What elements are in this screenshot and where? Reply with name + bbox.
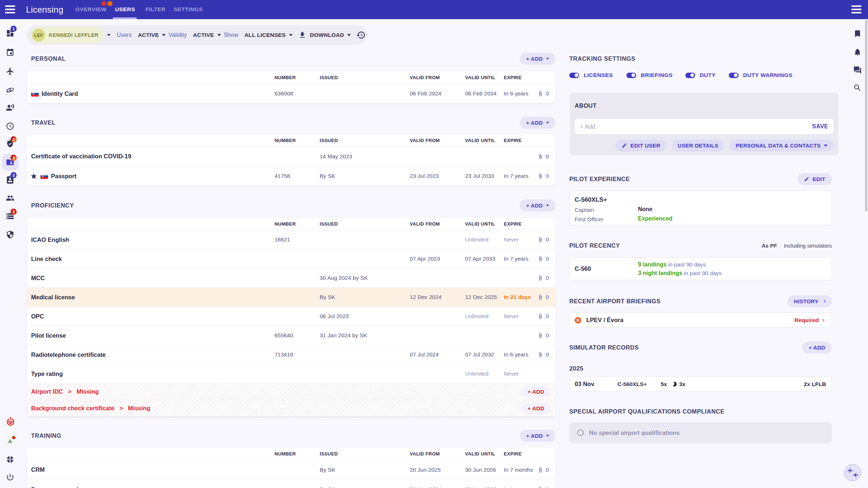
table-row[interactable]: Certificate of vaccination COVID-19 14 M… xyxy=(27,147,556,166)
wheel-icon xyxy=(6,455,14,464)
sidebar-item-flight-tracking[interactable] xyxy=(6,86,14,94)
top-bar: Licensing OVERVIEW USERS FILTER SETTINGS xyxy=(0,0,868,19)
add-missing-button[interactable]: + ADD xyxy=(522,403,550,414)
sidebar-item-compliance[interactable]: 2 xyxy=(6,140,14,148)
add-missing-button[interactable]: + ADD xyxy=(522,386,550,397)
edit-user-button[interactable]: EDIT USER xyxy=(616,140,667,151)
tab-users[interactable]: USERS xyxy=(115,6,135,13)
table-row-warning[interactable]: Medical license By SK 12 Dec 2024 12 Dec… xyxy=(27,288,556,307)
table-row[interactable]: Line check 07 Apr 2023 07 Apr 2033 In 7 … xyxy=(27,249,556,269)
attachments[interactable]: 0 xyxy=(537,332,556,339)
sidebar-item-records[interactable]: 3 xyxy=(6,212,14,221)
sidebar-item-licensing[interactable]: 3 xyxy=(6,158,14,167)
vertical-scrollbar[interactable] xyxy=(865,20,867,211)
tab-overview[interactable]: OVERVIEW xyxy=(75,6,106,13)
sidebar-item-assignments[interactable]: 3 xyxy=(6,175,14,184)
attachments[interactable]: 0 xyxy=(537,294,556,300)
users-status-dropdown[interactable]: ACTIVE xyxy=(138,32,166,38)
sidebar-item-crew-voice[interactable] xyxy=(6,103,14,112)
add-personal-button[interactable]: + ADD xyxy=(520,53,556,65)
personal-data-contacts-button[interactable]: PERSONAL DATA & CONTACTS xyxy=(729,140,834,151)
download-icon xyxy=(298,31,306,39)
attachments[interactable]: 0 xyxy=(537,275,556,281)
tab-filter[interactable]: FILTER xyxy=(145,6,166,13)
edit-experience-button[interactable]: EDIT xyxy=(797,173,832,185)
attachments[interactable]: 0 xyxy=(537,173,556,179)
sidebar-item-helm[interactable] xyxy=(6,455,14,464)
right-menu-icon[interactable] xyxy=(851,5,861,13)
attachments[interactable]: 0 xyxy=(537,236,556,243)
save-button[interactable]: SAVE xyxy=(812,123,834,130)
history-restore-icon[interactable] xyxy=(356,30,366,40)
attachments[interactable]: 0 xyxy=(537,90,556,97)
flights-fab-button[interactable] xyxy=(844,464,861,481)
user-chip[interactable]: LEF KENNEDI LEFFLER xyxy=(30,27,104,43)
about-input[interactable] xyxy=(575,123,812,130)
clock-icon xyxy=(6,122,14,130)
rail-bookmark[interactable] xyxy=(853,29,862,38)
simulator-record-card[interactable]: 03 Nov C-560XLS+ 5x 3x 2x LFLB xyxy=(569,376,832,391)
sidebar-item-calendar[interactable] xyxy=(6,48,14,57)
table-row[interactable]: MCC 30 Aug 2024 by SK 0 xyxy=(27,269,556,288)
attachments[interactable]: 0 xyxy=(537,313,556,320)
pilot-recency-card: C-560 9 landings in past 90 days 3 night… xyxy=(569,257,832,280)
attachments[interactable]: 0 xyxy=(537,256,556,262)
user-dropdown-caret-icon[interactable] xyxy=(107,34,111,36)
sidebar-item-schedule[interactable] xyxy=(6,122,14,130)
rail-search[interactable] xyxy=(853,84,862,92)
sidebar-item-emergency[interactable] xyxy=(6,417,14,425)
user-details-button[interactable]: USER DETAILS xyxy=(672,140,725,151)
moon-icon xyxy=(672,381,678,387)
briefing-status[interactable]: Required xyxy=(795,317,826,324)
table-row[interactable]: Type rating Unlimited Never xyxy=(27,364,556,384)
sidebar-item-security[interactable] xyxy=(6,230,14,239)
rail-messages[interactable] xyxy=(853,66,862,74)
validity-dropdown[interactable]: ACTIVE xyxy=(193,32,221,38)
toggle-switch xyxy=(626,73,636,78)
toggle-briefings[interactable]: BRIEFINGS xyxy=(626,72,673,78)
pilot-experience-card: C-560XLS+ Captain None First Officer Exp… xyxy=(569,191,832,225)
sidebar-item-logout[interactable] xyxy=(6,473,14,481)
aircraft-type: C-560XLS+ xyxy=(575,196,607,204)
table-row[interactable]: OPC 06 Jul 2023 Unlimited Never 0 xyxy=(27,307,556,326)
active-tab-underline xyxy=(113,17,137,19)
add-training-button[interactable]: + ADD xyxy=(520,430,556,442)
add-travel-button[interactable]: + ADD xyxy=(520,117,556,129)
table-row[interactable]: ICAO English 16621 Unlimited Never 0 xyxy=(27,230,556,249)
table-row[interactable]: CRM By SK 20 Jun 2025 30 Jun 2026 In 7 m… xyxy=(27,460,556,480)
table-row[interactable]: Identity Card 636008 06 Feb 2024 06 Feb … xyxy=(27,84,556,103)
briefing-card[interactable]: B LPEV / Évora Required xyxy=(569,312,832,328)
download-dropdown[interactable]: DOWNLOAD xyxy=(310,32,351,38)
sidebar-item-dashboard[interactable]: 1 xyxy=(6,29,14,38)
table-row[interactable]: Pilot license 655640 31 Jan 2024 by SK 0 xyxy=(27,326,556,345)
sidebar-item-flights[interactable] xyxy=(6,67,14,76)
missing-license-row[interactable]: Airport IDC>Missing + ADD xyxy=(27,384,556,400)
attachments[interactable]: 0 xyxy=(537,486,556,488)
simulator-year: 2025 xyxy=(569,365,583,372)
attachments[interactable]: 0 xyxy=(537,467,556,473)
paperclip-icon xyxy=(537,352,543,358)
attachments[interactable]: 0 xyxy=(537,153,556,160)
table-row[interactable]: Radiotelephone certificate 713418 07 Jul… xyxy=(27,345,556,364)
add-proficiency-button[interactable]: + ADD xyxy=(520,200,556,211)
training-table: NUMBER ISSUED VALID FROM VALID UNTIL EXP… xyxy=(27,448,556,488)
licenses-dropdown[interactable]: ALL LICENSES xyxy=(244,32,293,38)
sidebar-item-app-logo[interactable] xyxy=(6,436,14,444)
tab-settings[interactable]: SETTINGS xyxy=(174,6,203,13)
table-header-row: NUMBER ISSUED VALID FROM VALID UNTIL EXP… xyxy=(27,448,556,460)
table-row[interactable]: Dangerous goods By SK 29 Nov 2024 29 Nov… xyxy=(27,480,556,488)
special-qualifications-card: No special airport qualifications xyxy=(569,422,832,443)
missing-license-row[interactable]: Background check certificate>Missing + A… xyxy=(27,400,556,417)
toggle-licenses[interactable]: LICENSES xyxy=(569,72,613,78)
table-row[interactable]: Passport 41758 By SK 23 Jul 2023 23 Jul … xyxy=(27,166,556,186)
sidebar-item-crew[interactable] xyxy=(6,194,14,202)
slovakia-flag-icon xyxy=(41,174,48,179)
badge-compliance: 2 xyxy=(10,136,17,142)
user-name: KENNEDI LEFFLER xyxy=(49,32,98,38)
toggle-duty-warnings[interactable]: DUTY WARNINGS xyxy=(729,72,793,78)
toggle-duty[interactable]: DUTY xyxy=(685,72,716,78)
history-button[interactable]: HISTORY xyxy=(787,295,832,307)
attachments[interactable]: 0 xyxy=(537,351,556,358)
rail-notifications[interactable] xyxy=(853,48,862,56)
add-simulator-button[interactable]: + ADD xyxy=(802,342,832,354)
